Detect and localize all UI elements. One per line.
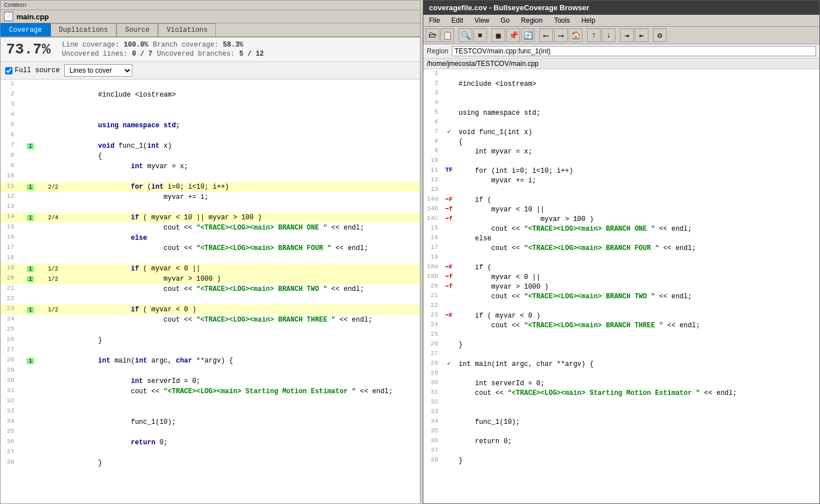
table-row: 37 [423,446,819,456]
table-row: 20 ➡f myvar > 1000 ) [423,282,819,291]
table-row: 23 1 1/2 if ( myvar < 0 ) [1,305,420,315]
table-row: 38 } [1,458,420,468]
code-area[interactable]: 1 2 #include <iostream> 3 [1,80,420,503]
breadcrumb: Common [1,1,420,10]
table-row: 9 int myvar = x; [1,161,420,172]
table-row: 22 [1,294,420,305]
toolbar-import-btn[interactable]: ⇤ [635,28,648,42]
menu-region[interactable]: Region [515,15,548,26]
table-row: 34 func_1(10); [1,417,420,427]
table-row: 2 #include <iostream> [1,90,420,100]
table-row: 37 [1,448,420,458]
table-row: 25 [423,330,819,340]
table-row: 18 [423,253,819,263]
table-row: 3 [423,89,819,98]
full-source-check[interactable] [5,67,13,74]
toolbar-delete-btn[interactable]: ✖ [473,28,487,42]
table-row: 16 else [423,234,819,243]
uncov-branches-label: Uncovered branches: [157,50,235,58]
full-source-checkbox[interactable]: Full source [5,66,60,74]
table-row: 35 [423,427,819,436]
table-row: 14c ➡f myvar > 100 ) [423,214,819,224]
toolbar-settings-btn[interactable]: ⚙ [653,28,667,42]
toolbar-home-btn[interactable]: 🏠 [569,28,582,42]
table-row: 29 [423,369,819,378]
lines-filter-dropdown[interactable]: Lines to cover [64,64,132,77]
table-row: 6 [423,118,819,127]
table-row: 27 [1,345,420,356]
tab-source[interactable]: Source [116,23,158,36]
table-row: 2 #include <iostream> [423,79,819,89]
tab-violations[interactable]: Violations [158,23,216,36]
table-row: 1 [1,80,420,90]
table-row: 36 return 0; [1,438,420,448]
table-row: 7 1 void func_1(int x) [1,141,420,151]
filename: main.cpp [16,13,49,21]
bce-menubar: File Edit View Go Region Tools Help [423,15,819,27]
table-row: 19b ➡f myvar < 0 || [423,272,819,282]
table-row: 4 [1,110,420,120]
bce-code-table: 1 2 #include <iostream> 3 4 [423,69,819,465]
table-row: 30 int serverId = 0; [423,378,819,388]
table-row: 21 cout << "<TRACE><LOG><main> BRANCH TW… [423,291,819,301]
table-row: 15 cout << "<TRACE><LOG><main> BRANCH ON… [423,224,819,234]
toolbar-copy-btn[interactable]: 📋 [440,28,454,42]
uncov-branches-value: 5 / 12 [239,50,264,58]
table-row: 25 [1,325,420,335]
table-row: 32 [423,398,819,407]
menu-help[interactable]: Help [576,15,601,26]
menu-tools[interactable]: Tools [548,15,576,26]
table-row: 29 [1,366,420,376]
table-row: 36 return 0; [423,436,819,446]
menu-edit[interactable]: Edit [446,15,469,26]
table-row: 9 int myvar = x; [423,147,819,156]
menu-go[interactable]: Go [495,15,515,26]
table-row: 35 [1,427,420,438]
overall-percent: 73.7% [6,41,51,58]
file-icon: 📄 [4,12,13,21]
tab-coverage[interactable]: Coverage [1,23,51,36]
table-row: 5 using namespace std; [423,108,819,118]
tab-duplications[interactable]: Duplications [51,23,116,36]
table-row: 28 ✓ int main(int argc, char **argv) { [423,359,819,369]
code-toolbar: Full source Lines to cover [1,62,420,80]
table-row: 22 [423,301,819,311]
table-row: 1 [423,69,819,79]
table-row: 33 [1,407,420,417]
table-row: 31 cout << "<TRACE><LOG><main> Starting … [1,386,420,397]
menu-file[interactable]: File [423,15,446,26]
menu-view[interactable]: View [469,15,495,26]
branch-cov-value: 58.3% [223,41,243,49]
table-row: 12 myvar += i; [423,176,819,185]
toolbar-pin-btn[interactable]: 📌 [506,28,520,42]
table-row: 20 1 1/2 myvar > 1000 ) [1,274,420,284]
toolbar-search-btn[interactable]: 🔍 [459,28,472,42]
toolbar-back-btn[interactable]: ⟵ [539,28,553,42]
table-row: 23 ➡F if ( myvar < 0 ) [423,311,819,320]
full-source-label: Full source [15,66,60,74]
toolbar-down-btn[interactable]: ↓ [602,28,615,42]
table-row: 24 cout << "<TRACE><LOG><main> BRANCH TH… [423,320,819,330]
toolbar-grid-btn[interactable]: ▦ [492,28,505,42]
uncov-lines-value: 0 / 7 [132,50,152,58]
code-table: 1 2 #include <iostream> 3 [1,80,420,468]
table-row: 19 1 1/2 if ( myvar < 0 || [1,264,420,274]
table-row: 4 [423,98,819,108]
branch-cov-label: Branch coverage: [153,41,218,49]
bce-toolbar: 🗁 📋 🔍 ✖ ▦ 📌 🔄 ⟵ ⟶ 🏠 ↑ ↓ ⇥ ⇤ ⚙ [423,27,819,44]
table-row: 11 TF for (int i=0; i<10; i++) [423,166,819,176]
table-row: 13 [1,202,420,213]
toolbar-forward-btn[interactable]: ⟶ [554,28,568,42]
table-row: 18 [1,253,420,264]
toolbar-open-btn[interactable]: 🗁 [426,28,439,42]
table-row: 24 cout << "<TRACE><LOG><main> BRANCH TH… [1,315,420,325]
uncov-lines-label: Uncovered lines: [62,50,127,58]
toolbar-up-btn[interactable]: ↑ [587,28,601,42]
table-row: 30 int serverId = 0; [1,376,420,386]
table-row: 28 1 int main(int argc, char **argv) { [1,356,420,366]
region-input[interactable] [452,46,816,56]
toolbar-export-btn[interactable]: ⇥ [620,28,634,42]
bce-code-area[interactable]: 1 2 #include <iostream> 3 4 [423,69,819,503]
line-cov-value: 100.0% [124,41,148,49]
toolbar-refresh-btn[interactable]: 🔄 [521,28,535,42]
